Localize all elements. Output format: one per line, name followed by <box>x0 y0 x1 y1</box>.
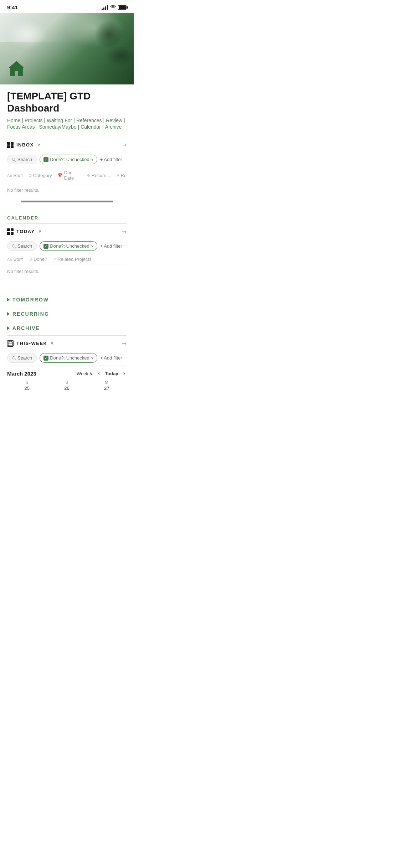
nav-archive[interactable]: Archive <box>105 124 122 130</box>
nav-home[interactable]: Home <box>7 118 20 123</box>
this-week-search-pill[interactable]: Search <box>7 353 37 363</box>
archive-collapsed[interactable]: ARCHIVE <box>7 321 127 335</box>
cal-day-26: S 26 <box>47 380 87 391</box>
inbox-filter-row: Search ✓ Done?: Unchecked ∨ + Add filter <box>7 152 127 167</box>
svg-point-0 <box>113 9 113 9</box>
archive-title: ARCHIVE <box>12 325 40 331</box>
calender-label: CALENDER <box>7 210 127 223</box>
today-expand-icon[interactable]: ↗ <box>120 227 128 236</box>
today-check-icon: ✓ <box>43 244 48 249</box>
this-week-title[interactable]: THIS-WEEK <box>16 341 47 346</box>
week-label: Week <box>77 371 88 376</box>
today-add-filter[interactable]: + Add filter <box>100 243 122 249</box>
today-no-results: No filter results. <box>7 264 127 278</box>
today-dropdown-arrow[interactable]: ∨ <box>38 229 41 234</box>
nav-links: Home | Projects | Waiting For | Referenc… <box>7 118 127 130</box>
inbox-search-label: Search <box>17 157 32 162</box>
inbox-section: INBOX ∨ ↗ Search ✓ Done?: Unchecked ∨ + … <box>7 137 127 197</box>
this-week-arrow[interactable]: ∨ <box>51 341 53 346</box>
nav-calendar[interactable]: Calendar <box>81 124 101 130</box>
today-col-done: ☑ Done? <box>29 257 47 262</box>
this-week-search-icon <box>12 356 16 360</box>
inbox-expand-icon[interactable]: ↗ <box>120 141 128 149</box>
inbox-filter-label: Done?: Unchecked <box>50 157 89 162</box>
today-search-icon <box>12 244 16 248</box>
recurring-collapsed[interactable]: RECURRING <box>7 307 127 321</box>
svg-line-11 <box>15 359 16 360</box>
today-header: TODAY ∨ ↗ <box>7 223 127 238</box>
next-btn[interactable]: › <box>122 370 127 377</box>
week-button[interactable]: Week ∨ <box>77 371 93 376</box>
today-col-stuff: Aa Stuff <box>7 257 23 262</box>
this-week-filter-chevron: ∨ <box>91 356 93 360</box>
this-week-expand-icon[interactable]: ↗ <box>120 339 128 347</box>
inbox-search-pill[interactable]: Search <box>7 155 37 164</box>
svg-point-2 <box>12 158 15 161</box>
grid-icon <box>7 142 14 148</box>
calendar-days: S 25 S 26 M 27 <box>7 380 127 391</box>
inbox-no-results: No filter results. <box>7 183 127 197</box>
nav-focus[interactable]: Focus Areas <box>7 124 35 130</box>
today-add-filter-label: + Add filter <box>100 243 122 249</box>
search-icon <box>12 157 16 162</box>
inbox-header: INBOX ∨ ↗ <box>7 137 127 152</box>
archive-triangle-icon <box>7 326 10 330</box>
today-done-filter[interactable]: ✓ Done?: Unchecked ∨ <box>40 241 97 251</box>
svg-line-5 <box>15 247 16 248</box>
cal-day-27: M 27 <box>87 380 127 391</box>
hero-image <box>0 13 134 84</box>
nav-projects[interactable]: Projects <box>25 118 43 123</box>
add-filter-label: + Add filter <box>100 157 122 162</box>
this-week-search-label: Search <box>17 355 32 361</box>
inbox-add-filter[interactable]: + Add filter <box>100 157 122 162</box>
this-week-filter-row: Search ✓ Done?: Unchecked ∨ + Add filter <box>7 350 127 366</box>
this-week-filter-label: Done?: Unchecked <box>50 355 89 361</box>
col-recurring: ⊙ Recurri... <box>87 173 110 178</box>
nav-references[interactable]: References <box>76 118 102 123</box>
cal-day-25: S 25 <box>7 380 47 391</box>
col-category: ⊙ Category <box>29 173 52 178</box>
status-time: 9:41 <box>7 4 18 10</box>
inbox-done-filter[interactable]: ✓ Done?: Unchecked ∨ <box>40 155 97 164</box>
calendar-footer: March 2023 Week ∨ ‹ Today › S 25 S 26 M <box>7 366 127 394</box>
today-columns: Aa Stuff ☑ Done? ↗ Related Projects <box>7 254 127 264</box>
wifi-icon <box>110 5 116 10</box>
calendar-month: March 2023 <box>7 371 36 377</box>
recurring-title: RECURRING <box>12 311 49 317</box>
this-week-add-filter-label: + Add filter <box>100 355 122 361</box>
this-week-done-filter[interactable]: ✓ Done?: Unchecked ∨ <box>40 353 97 363</box>
nav-waiting[interactable]: Waiting For <box>47 118 72 123</box>
today-filter-row: Search ✓ Done?: Unchecked ∨ + Add filter <box>7 238 127 254</box>
page-title: [TEMPLATE] GTD Dashboard <box>7 90 127 114</box>
today-title[interactable]: TODAY <box>16 229 35 234</box>
today-filter-label: Done?: Unchecked <box>50 243 89 249</box>
tomorrow-collapsed[interactable]: TOMORROW <box>7 293 127 307</box>
nav-review[interactable]: Review <box>106 118 122 123</box>
this-week-add-filter[interactable]: + Add filter <box>100 355 122 361</box>
tomorrow-triangle-icon <box>7 298 10 301</box>
this-week-section: THIS-WEEK ∨ ↗ Search ✓ Done?: Unchecked … <box>7 335 127 366</box>
inbox-title[interactable]: INBOX <box>16 142 34 148</box>
tomorrow-title: TOMORROW <box>12 297 49 303</box>
svg-line-3 <box>15 160 16 161</box>
nav-someday[interactable]: Someday/Maybe <box>39 124 76 130</box>
this-week-check-icon: ✓ <box>43 356 48 361</box>
calendar-controls: Week ∨ ‹ Today › <box>77 370 127 377</box>
today-grid-icon <box>7 228 14 235</box>
today-btn[interactable]: Today <box>105 371 118 376</box>
home-icon <box>7 64 26 81</box>
col-re: ↗ Re <box>116 173 127 178</box>
today-section: TODAY ∨ ↗ Search ✓ Done?: Unchecked ∨ + … <box>7 223 127 278</box>
this-week-cal-icon <box>7 340 14 347</box>
today-search-pill[interactable]: Search <box>7 241 37 251</box>
inbox-columns: Aa Stuff ⊙ Category 📅 Due Date ⊙ Recurri… <box>7 167 127 183</box>
page-content: [TEMPLATE] GTD Dashboard Home | Projects… <box>0 84 134 399</box>
signal-icon <box>102 5 108 10</box>
prev-btn[interactable]: ‹ <box>97 370 101 377</box>
home-icon-container <box>7 59 26 81</box>
inbox-dropdown-arrow[interactable]: ∨ <box>37 143 40 147</box>
status-icons <box>102 5 127 10</box>
calendar-month-row: March 2023 Week ∨ ‹ Today › <box>7 370 127 377</box>
this-week-header: THIS-WEEK ∨ ↗ <box>7 335 127 350</box>
today-col-related-projects: ↗ Related Projects <box>53 257 91 262</box>
